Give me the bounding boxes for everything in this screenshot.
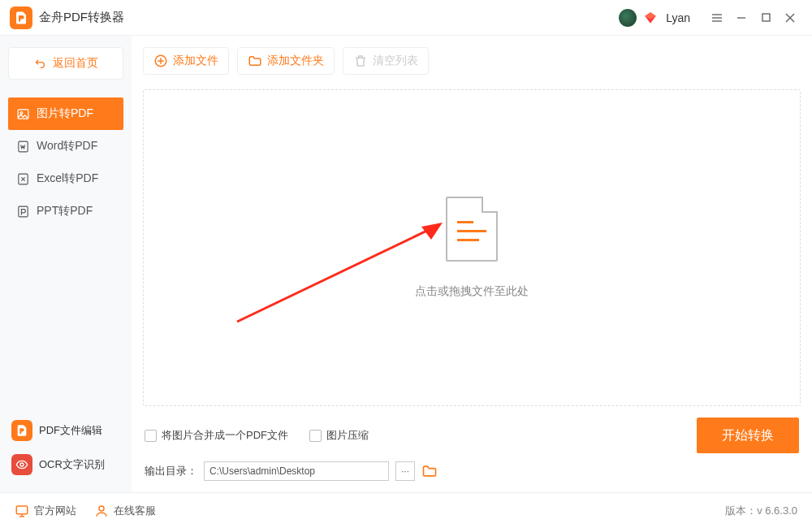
minimize-button[interactable]: [729, 6, 754, 30]
app-logo-icon: [10, 6, 32, 29]
site-label: 官方网站: [34, 504, 76, 518]
version-label: 版本：v 6.6.3.0: [725, 504, 797, 518]
checkbox-icon: [309, 430, 322, 442]
dropzone-hint: 点击或拖拽文件至此处: [415, 284, 529, 299]
app-title: 金舟PDF转换器: [39, 10, 124, 25]
clear-list-button[interactable]: 清空列表: [343, 47, 429, 75]
tool-ocr[interactable]: OCR文字识别: [8, 450, 123, 479]
nav-label: 图片转PDF: [37, 106, 93, 121]
toolbar: 添加文件 添加文件夹 清空列表: [143, 47, 801, 75]
options-row: 将图片合并成一个PDF文件 图片压缩 开始转换: [143, 406, 801, 461]
merge-checkbox[interactable]: 将图片合并成一个PDF文件: [145, 428, 288, 443]
tool-pdf-edit[interactable]: PDF文件编辑: [8, 416, 123, 445]
svg-point-12: [20, 463, 24, 466]
titlebar: 金舟PDF转换器 Lyan: [0, 0, 812, 36]
output-label: 输出目录：: [145, 464, 197, 478]
svg-point-21: [99, 506, 104, 511]
pdf-edit-icon: [11, 420, 32, 441]
main-panel: 添加文件 添加文件夹 清空列表 点击或拖拽文件至此处: [132, 36, 812, 492]
svg-line-16: [237, 228, 432, 322]
username[interactable]: Lyan: [666, 11, 690, 24]
svg-marker-17: [421, 223, 443, 240]
nav-label: Excel转PDF: [37, 171, 98, 186]
add-file-button[interactable]: 添加文件: [143, 47, 229, 75]
nav-label: PPT转PDF: [37, 204, 93, 219]
user-avatar[interactable]: [619, 9, 637, 27]
close-button[interactable]: [778, 6, 802, 30]
official-site-link[interactable]: 官方网站: [15, 504, 76, 518]
nav-image-to-pdf[interactable]: 图片转PDF: [8, 97, 123, 130]
add-file-label: 添加文件: [173, 54, 218, 68]
nav-excel-to-pdf[interactable]: Excel转PDF: [8, 162, 123, 195]
svg-rect-4: [762, 14, 770, 21]
tool-label: OCR文字识别: [39, 457, 105, 472]
checkbox-icon: [145, 430, 157, 442]
nav-label: Word转PDF: [37, 139, 97, 154]
file-icon: [446, 197, 498, 262]
svg-point-8: [20, 111, 23, 114]
output-row: 输出目录： C:\Users\admin\Desktop ···: [143, 461, 801, 484]
open-folder-icon[interactable]: [421, 463, 438, 479]
support-link[interactable]: 在线客服: [94, 504, 156, 518]
annotation-arrow-icon: [233, 220, 444, 326]
svg-rect-11: [19, 206, 28, 217]
nav-word-to-pdf[interactable]: Word转PDF: [8, 130, 123, 162]
sidebar: 返回首页 图片转PDF Word转PDF Excel转PDF PPT转PDF P…: [0, 36, 132, 492]
browse-button[interactable]: ···: [395, 461, 415, 481]
nav-ppt-to-pdf[interactable]: PPT转PDF: [8, 195, 123, 227]
ocr-icon: [11, 454, 32, 475]
merge-label: 将图片合并成一个PDF文件: [162, 428, 288, 443]
maximize-button[interactable]: [754, 6, 778, 30]
support-label: 在线客服: [114, 504, 156, 518]
back-button[interactable]: 返回首页: [8, 47, 123, 80]
footer: 官方网站 在线客服 版本：v 6.6.3.0: [0, 492, 812, 528]
compress-label: 图片压缩: [326, 428, 369, 443]
clear-label: 清空列表: [373, 54, 418, 68]
compress-checkbox[interactable]: 图片压缩: [309, 428, 369, 443]
tool-label: PDF文件编辑: [39, 423, 102, 438]
dropzone[interactable]: 点击或拖拽文件至此处: [143, 89, 801, 406]
back-label: 返回首页: [53, 56, 98, 71]
convert-button[interactable]: 开始转换: [697, 418, 799, 453]
menu-button[interactable]: [705, 6, 729, 30]
vip-icon: [643, 11, 658, 25]
output-path-field[interactable]: C:\Users\admin\Desktop: [204, 461, 389, 481]
add-folder-button[interactable]: 添加文件夹: [237, 47, 335, 75]
svg-rect-18: [16, 506, 28, 514]
add-folder-label: 添加文件夹: [267, 54, 324, 68]
